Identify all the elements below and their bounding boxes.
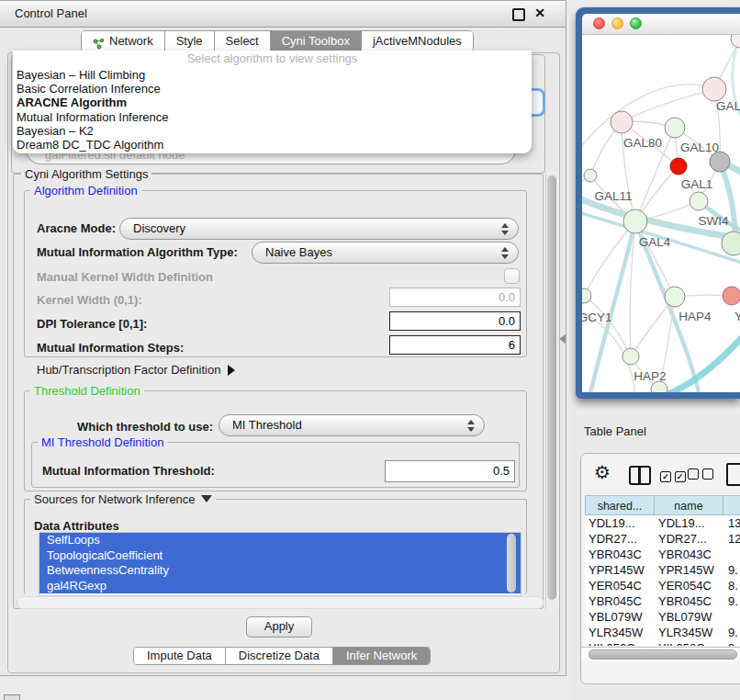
table-panel-title: Table Panel — [584, 424, 646, 438]
data-attributes-list[interactable]: SelfLoopsTopologicalCoefficientBetweenne… — [39, 532, 521, 596]
table-row[interactable]: YER054CYER054C8. — [585, 578, 740, 593]
mi-algorithm-type-value: Naive Bayes — [265, 243, 332, 263]
settings-hscrollbar-track[interactable] — [17, 596, 544, 609]
dropdown-option[interactable]: Bayesian – Hill Climbing — [13, 68, 532, 82]
tab-discretize-data[interactable]: Discretize Data — [226, 648, 333, 664]
mi-algorithm-type-combobox[interactable]: Naive Bayes — [252, 242, 519, 264]
select-all-checks-icon[interactable]: ✓ ✓ — [660, 469, 686, 482]
table-row[interactable]: YBR043CYBR043C — [585, 547, 740, 562]
close-traffic-light-icon[interactable] — [593, 17, 605, 29]
dropdown-option[interactable]: Dream8 DC_TDC Algorithm — [13, 138, 532, 152]
manual-kernel-width-checkbox[interactable] — [504, 268, 520, 284]
export-table-icon[interactable] — [726, 463, 740, 486]
network-node[interactable] — [690, 192, 708, 210]
control-panel-titlebar[interactable]: Control Panel ✕ — [0, 1, 566, 28]
expand-right-icon[interactable] — [228, 365, 235, 376]
collapse-down-icon[interactable] — [201, 495, 212, 502]
close-icon[interactable]: ✕ — [534, 6, 545, 20]
table-row[interactable]: YDR27...YDR27...12 — [585, 531, 740, 547]
table-hscrollbar-track[interactable] — [581, 647, 740, 661]
kernel-width-input[interactable]: 0.0 — [389, 288, 521, 307]
table-row[interactable]: YPR145WYPR145W9. — [585, 562, 740, 578]
network-svg: GALGAL80GAL10GAL1GAL11GAL4SWI4GCY1HAP4YH… — [582, 35, 740, 392]
mi-steps-input[interactable]: 6 — [389, 335, 521, 355]
network-node-label: GCY1 — [582, 310, 611, 324]
tab-style[interactable]: Style — [165, 31, 215, 51]
unchecked-box-icon — [688, 469, 699, 480]
float-window-icon[interactable] — [512, 8, 525, 21]
control-panel-title: Control Panel — [15, 1, 87, 27]
tab-impute-data[interactable]: Impute Data — [134, 648, 226, 664]
network-window-titlebar[interactable] — [582, 14, 740, 35]
network-node[interactable] — [622, 348, 639, 365]
table-cell: YLR345W — [585, 625, 655, 640]
tab-label: Select — [226, 31, 259, 51]
table-cell: 13 — [724, 515, 740, 531]
network-node[interactable] — [723, 287, 740, 305]
network-canvas[interactable]: GALGAL80GAL10GAL1GAL11GAL4SWI4GCY1HAP4YH… — [582, 35, 740, 392]
dropdown-option[interactable]: Basic Correlation Inference — [13, 82, 532, 96]
combo-arrows-icon — [467, 420, 475, 432]
attribute-item[interactable]: BetweennessCentrality — [39, 563, 521, 579]
table-cell: YBL079W — [585, 609, 655, 625]
table-cell: YPR145W — [655, 562, 724, 578]
attribute-item[interactable]: SelfLoops — [39, 533, 521, 548]
attribute-item[interactable]: TopologicalCoefficient — [39, 548, 521, 564]
dropdown-option-selected[interactable]: ARACNE Algorithm — [13, 96, 532, 109]
mi-algorithm-type-label: Mutual Information Algorithm Type: — [37, 245, 238, 259]
table-cell — [724, 609, 740, 625]
data-attributes-label: Data Attributes — [34, 519, 119, 533]
column-header[interactable]: A — [723, 495, 740, 515]
tab-cyni-toolbox[interactable]: Cyni Toolbox — [271, 31, 362, 51]
unselect-all-checks-icon[interactable] — [688, 469, 713, 482]
table-row[interactable]: YDL19...YDL19...13 — [585, 515, 740, 531]
table-row[interactable]: YBR045CYBR045C9. — [585, 593, 740, 609]
attribute-item[interactable]: gal4RGexp — [39, 579, 521, 594]
gear-icon[interactable]: ⚙ — [594, 461, 611, 483]
settings-vscrollbar-thumb[interactable] — [547, 175, 556, 600]
network-node[interactable] — [665, 118, 685, 138]
zoom-traffic-light-icon[interactable] — [630, 17, 642, 29]
apply-button[interactable]: Apply — [246, 616, 312, 638]
network-node[interactable] — [670, 158, 687, 175]
tab-jactivemnodules[interactable]: jActiveMNodules — [362, 31, 473, 51]
network-node[interactable] — [702, 77, 726, 101]
network-edge — [622, 89, 714, 122]
which-threshold-combobox[interactable]: MI Threshold — [219, 414, 485, 436]
which-threshold-value: MI Threshold — [232, 415, 302, 435]
table-row[interactable]: YIL052CYIL052C9. — [585, 640, 740, 646]
table-row[interactable]: YLR345WYLR345W9. — [585, 625, 740, 640]
attributes-list-scrollbar[interactable] — [507, 534, 516, 593]
which-threshold-label: Which threshold to use: — [77, 420, 213, 434]
tab-select[interactable]: Select — [215, 31, 271, 51]
dpi-tolerance-input[interactable]: 0.0 — [389, 311, 521, 331]
network-node[interactable] — [623, 209, 647, 233]
table-cell: YDL19... — [655, 515, 724, 531]
mi-threshold-input[interactable]: 0.5 — [385, 460, 515, 482]
tab-infer-network[interactable]: Infer Network — [333, 648, 430, 664]
network-node[interactable] — [731, 35, 740, 48]
algorithm-definition-title: Algorithm Definition — [30, 184, 141, 198]
aracne-mode-combobox[interactable]: Discovery — [119, 218, 519, 240]
minimize-traffic-light-icon[interactable] — [611, 17, 623, 29]
columns-icon[interactable] — [629, 466, 651, 485]
table-hscrollbar-thumb[interactable] — [589, 649, 737, 660]
table-row[interactable]: YBL079WYBL079W — [585, 609, 740, 625]
column-header[interactable]: name — [654, 495, 723, 515]
network-node[interactable] — [584, 169, 597, 182]
network-node[interactable] — [611, 111, 633, 133]
column-header[interactable]: shared... — [585, 495, 655, 515]
tab-network[interactable]: Network — [82, 31, 165, 51]
network-node[interactable] — [710, 152, 730, 172]
hub-definition-expander[interactable]: Hub/Transcription Factor Definition — [37, 363, 235, 377]
dropdown-option[interactable]: Bayesian – K2 — [13, 124, 532, 138]
sources-group-title[interactable]: Sources for Network Inference — [30, 492, 216, 506]
network-node[interactable] — [665, 287, 685, 307]
dropdown-option[interactable]: Mutual Information Inference — [13, 110, 532, 124]
network-view-window[interactable]: GALGAL80GAL10GAL1GAL11GAL4SWI4GCY1HAP4YH… — [576, 7, 740, 399]
table-panel-section: Table Panel ⚙ ✓ ✓ shared...nameA YDL19..… — [571, 413, 740, 700]
splitter-collapse-icon[interactable] — [559, 334, 566, 344]
network-node-label: GAL10 — [680, 141, 719, 154]
table-cell: YIL052C — [585, 640, 655, 646]
checked-box-icon: ✓ — [675, 471, 686, 482]
